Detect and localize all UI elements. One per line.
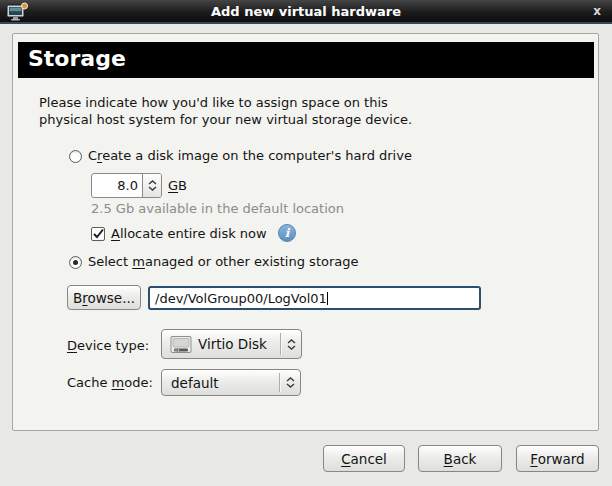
availability-note: 2.5 Gb available in the default location bbox=[91, 201, 344, 216]
allocate-checkbox-label[interactable]: Allocate entire disk now bbox=[111, 226, 267, 241]
cache-mode-select[interactable]: default bbox=[161, 369, 301, 396]
radio-select-managed-label[interactable]: Select managed or other existing storage bbox=[88, 254, 359, 269]
add-hardware-dialog: Add new virtual hardware x Storage Pleas… bbox=[0, 0, 612, 486]
disk-size-value[interactable]: 8.0 bbox=[92, 174, 142, 197]
description-text: Please indicate how you'd like to assign… bbox=[39, 94, 412, 128]
cancel-button[interactable]: Cancel bbox=[323, 445, 405, 472]
info-icon: i bbox=[278, 224, 296, 242]
window-titlebar[interactable]: Add new virtual hardware x bbox=[0, 0, 612, 24]
close-icon[interactable]: x bbox=[590, 4, 604, 18]
cache-mode-label: Cache mode: bbox=[67, 375, 153, 390]
cache-mode-value: default bbox=[162, 375, 279, 391]
spinner-buttons[interactable] bbox=[142, 174, 161, 197]
allocate-checkbox[interactable] bbox=[91, 227, 105, 241]
window-title: Add new virtual hardware bbox=[0, 4, 612, 19]
radio-create-disk-image-label[interactable]: Create a disk image on the computer's ha… bbox=[88, 148, 412, 163]
disk-drive-icon bbox=[170, 335, 192, 354]
text-caret bbox=[327, 292, 328, 305]
radio-select-managed[interactable] bbox=[69, 256, 82, 269]
spin-down-icon[interactable] bbox=[148, 186, 157, 191]
device-type-label: Device type: bbox=[67, 338, 149, 353]
disk-size-spinner[interactable]: 8.0 bbox=[91, 173, 162, 198]
page-title: Storage bbox=[28, 46, 126, 71]
section-header: Storage bbox=[18, 42, 594, 78]
back-button[interactable]: Back bbox=[418, 445, 502, 472]
storage-path-input[interactable]: /dev/VolGroup00/LogVol01 bbox=[148, 286, 481, 310]
chevron-updown-icon bbox=[281, 339, 301, 350]
radio-create-disk-image[interactable] bbox=[69, 150, 82, 163]
device-type-select[interactable]: Virtio Disk bbox=[161, 329, 302, 359]
checkmark-icon bbox=[93, 228, 105, 240]
spin-up-icon[interactable] bbox=[148, 180, 157, 185]
device-type-value: Virtio Disk bbox=[198, 336, 280, 352]
storage-panel: Storage Please indicate how you'd like t… bbox=[12, 33, 599, 431]
browse-button[interactable]: Browse... bbox=[67, 285, 141, 310]
forward-button[interactable]: Forward bbox=[516, 445, 599, 472]
chevron-updown-icon bbox=[280, 377, 300, 388]
size-unit-label: GB bbox=[168, 178, 187, 193]
